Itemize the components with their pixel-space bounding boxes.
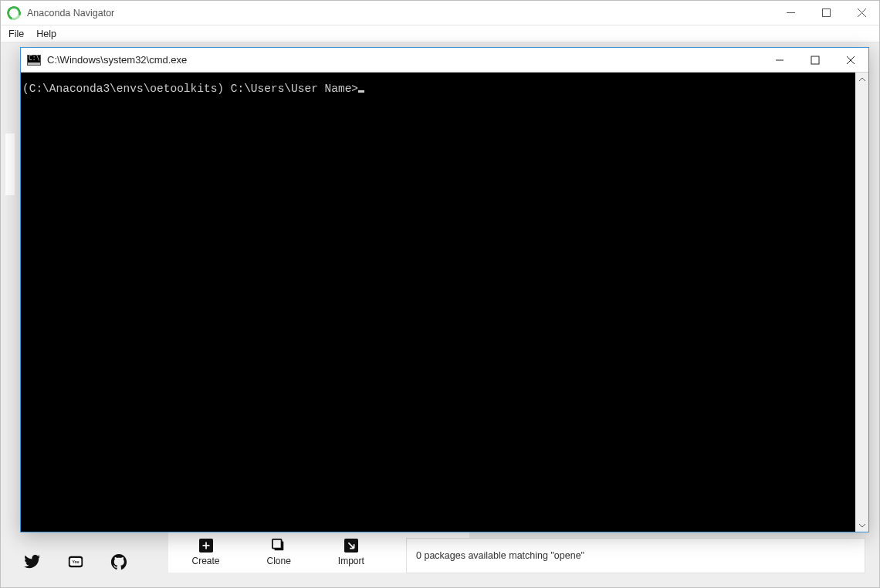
plus-square-icon [199, 539, 213, 553]
env-create-label: Create [191, 556, 219, 566]
scrollbar-track[interactable] [855, 86, 868, 519]
env-import-label: Import [338, 556, 364, 566]
cmd-maximize-button[interactable] [797, 48, 833, 72]
navigator-social-links: You [22, 553, 129, 570]
cmd-titlebar[interactable]: C:\Windows\system32\cmd.exe [21, 48, 868, 73]
navigator-window-controls [773, 1, 879, 25]
import-icon [344, 539, 358, 553]
cmd-body: (C:\Anaconda3\envs\oetoolkits) C:\Users\… [21, 73, 868, 532]
navigator-packages-panel: 0 packages available matching "opene" [406, 538, 865, 573]
navigator-close-button[interactable] [844, 1, 879, 25]
youtube-icon[interactable]: You [66, 553, 86, 570]
chevron-up-icon [858, 76, 866, 83]
packages-status-text: 0 packages available matching "opene" [416, 550, 584, 561]
svg-rect-13 [811, 56, 819, 64]
cmd-terminal[interactable]: (C:\Anaconda3\envs\oetoolkits) C:\Users\… [21, 73, 855, 532]
cmd-title: C:\Windows\system32\cmd.exe [47, 54, 762, 66]
cmd-cursor [358, 90, 364, 93]
cmd-prompt-text: (C:\Anaconda3\envs\oetoolkits) C:\Users\… [22, 83, 358, 95]
env-clone-label: Clone [266, 556, 290, 566]
anaconda-logo-icon [5, 4, 23, 22]
svg-rect-10 [272, 539, 282, 548]
env-clone-button[interactable]: Clone [266, 539, 290, 566]
menu-help[interactable]: Help [36, 29, 56, 39]
navigator-title: Anaconda Navigator [27, 8, 773, 19]
svg-text:You: You [72, 559, 79, 564]
navigator-menubar: File Help [1, 25, 879, 42]
clone-icon [272, 539, 286, 553]
scrollbar-up-button[interactable] [855, 73, 868, 86]
cmd-icon [27, 55, 41, 66]
navigator-maximize-button[interactable] [808, 1, 844, 25]
menu-file[interactable]: File [8, 29, 24, 39]
github-icon[interactable] [109, 553, 129, 570]
svg-rect-1 [822, 9, 830, 17]
cmd-window-controls [762, 48, 868, 72]
cmd-window: C:\Windows\system32\cmd.exe (C:\Anaconda… [20, 47, 869, 532]
env-create-button[interactable]: Create [191, 539, 219, 566]
navigator-sidebar-fragment [5, 133, 15, 195]
cmd-scrollbar[interactable] [855, 73, 868, 532]
navigator-titlebar[interactable]: Anaconda Navigator [1, 1, 879, 25]
scrollbar-down-button[interactable] [855, 519, 868, 532]
navigator-minimize-button[interactable] [773, 1, 808, 25]
cmd-minimize-button[interactable] [762, 48, 797, 72]
chevron-down-icon [858, 522, 866, 529]
cmd-close-button[interactable] [833, 48, 868, 72]
twitter-icon[interactable] [22, 553, 42, 570]
env-import-button[interactable]: Import [338, 539, 364, 566]
